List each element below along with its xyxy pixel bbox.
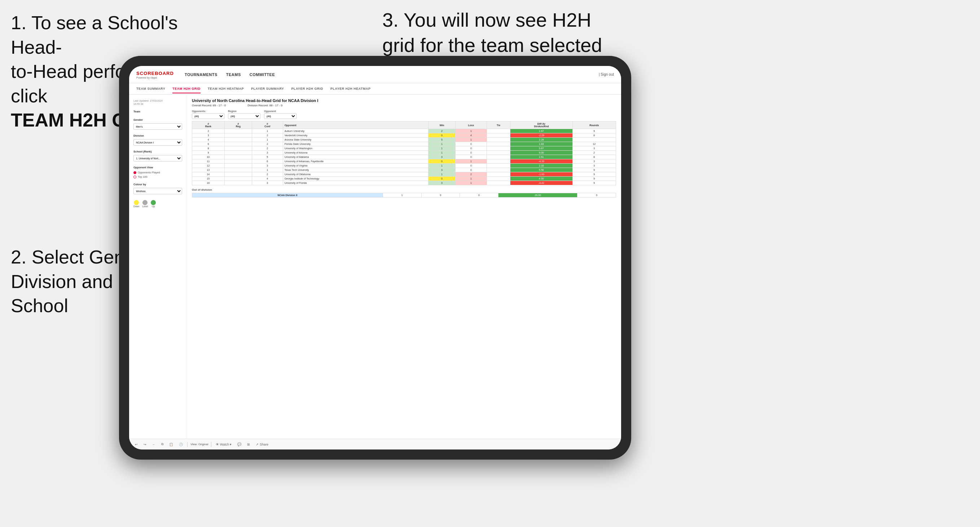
cell-win: 3 bbox=[428, 155, 455, 159]
cell-conf: 6 bbox=[252, 159, 283, 163]
sidebar-team-section: Team bbox=[134, 110, 182, 114]
out-of-division-label: Out of division bbox=[192, 188, 616, 191]
radio-opponents-played[interactable]: Opponents Played bbox=[134, 171, 182, 174]
filter-region-select[interactable]: (All) bbox=[228, 113, 261, 119]
cell-rounds: 12 bbox=[573, 142, 616, 146]
cell-rounds: 2 bbox=[573, 151, 616, 155]
cell-diff: 1.67 bbox=[511, 129, 573, 133]
filter-region: Region (All) bbox=[228, 110, 261, 119]
cell-loss: 0 bbox=[455, 168, 487, 172]
table-row: 11 6 University of Arkansas, Fayettevill… bbox=[192, 159, 616, 163]
division-select[interactable]: NCAA Division I bbox=[134, 139, 182, 146]
table-row: 16 3 University of Florida 3 1 -4.42 9 bbox=[192, 181, 616, 185]
sidebar-division: Division NCAA Division I bbox=[134, 134, 182, 146]
nav-teams[interactable]: TEAMS bbox=[226, 71, 241, 78]
out-label: NCAA Division II bbox=[192, 193, 383, 198]
cell-loss: 1 bbox=[455, 181, 487, 185]
cell-reg bbox=[224, 168, 252, 172]
filter-opponent-select[interactable]: (All) bbox=[264, 113, 296, 119]
cell-opponent: University of Washington bbox=[283, 146, 428, 151]
cell-rank: 6 bbox=[192, 142, 225, 146]
toolbar-sep bbox=[187, 442, 188, 447]
cell-win: 1 bbox=[428, 142, 455, 146]
cell-reg bbox=[224, 138, 252, 142]
tablet-frame: SCOREBOARD Powered by clippd TOURNAMENTS… bbox=[119, 56, 631, 460]
paste-btn[interactable]: 📋 bbox=[168, 442, 175, 447]
cell-diff: 2.33 bbox=[511, 163, 573, 168]
cell-conf: 5 bbox=[252, 155, 283, 159]
sub-nav-player-h2h-grid[interactable]: PLAYER H2H GRID bbox=[291, 85, 323, 94]
clock-btn[interactable]: 🕐 bbox=[177, 442, 184, 447]
cell-rank: 10 bbox=[192, 155, 225, 159]
sub-nav: TEAM SUMMARY TEAM H2H GRID TEAM H2H HEAT… bbox=[129, 83, 621, 95]
nav-committee[interactable]: COMMITTEE bbox=[250, 71, 275, 78]
cell-rounds: 3 bbox=[573, 146, 616, 151]
cell-loss: 1 bbox=[455, 177, 487, 181]
filter-opponents-label: Opponents: bbox=[192, 110, 224, 113]
cell-win: 2 bbox=[428, 129, 455, 133]
out-row: NCAA Division II 1 0 0 26.00 3 bbox=[192, 193, 616, 198]
cell-conf: 1 bbox=[252, 138, 283, 142]
ann2-line2: Division and bbox=[11, 271, 113, 292]
present-btn[interactable]: ⊞ bbox=[246, 442, 251, 447]
school-select[interactable]: 1. University of Nort... bbox=[134, 155, 182, 162]
sidebar-school: School (Rank) 1. University of Nort... bbox=[134, 150, 182, 162]
table-row: 14 2 University of Oklahoma 1 2 -1.00 9 bbox=[192, 172, 616, 177]
cell-conf: 1 bbox=[252, 168, 283, 172]
cell-rank: 14 bbox=[192, 172, 225, 177]
ann2-line3: School bbox=[11, 295, 68, 316]
col-reg: #Reg bbox=[224, 121, 252, 129]
cell-diff: 2.29 bbox=[511, 138, 573, 142]
cell-opponent: University of Virginia bbox=[283, 163, 428, 168]
cell-loss: 2 bbox=[455, 172, 487, 177]
undo-btn[interactable]: ↩ bbox=[134, 442, 139, 447]
sub-nav-team-summary[interactable]: TEAM SUMMARY bbox=[136, 85, 165, 94]
cell-loss: 1 bbox=[455, 159, 487, 163]
cell-conf: 3 bbox=[252, 151, 283, 155]
cell-conf: 2 bbox=[252, 133, 283, 138]
last-updated-text: Last Updated: 27/03/2024 16:55:38 bbox=[134, 99, 182, 106]
cell-tie bbox=[487, 159, 510, 163]
share-btn[interactable]: ↗ Share bbox=[254, 442, 270, 447]
col-win: Win bbox=[428, 121, 455, 129]
cell-opponent: Georgia Institute of Technology bbox=[283, 177, 428, 181]
cell-loss: 4 bbox=[455, 133, 487, 138]
comment-btn[interactable]: 💬 bbox=[236, 442, 243, 447]
main-content: Last Updated: 27/03/2024 16:55:38 Team G… bbox=[129, 95, 621, 439]
cell-conf: 3 bbox=[252, 163, 283, 168]
filter-opponents-select[interactable]: (All) bbox=[192, 113, 224, 119]
ann3-line2: grid for the team selected bbox=[382, 34, 602, 56]
cell-reg bbox=[224, 129, 252, 133]
cell-opponent: University of Arizona bbox=[283, 151, 428, 155]
radio-top100[interactable]: Top 100 bbox=[134, 175, 182, 178]
nav-tournaments[interactable]: TOURNAMENTS bbox=[185, 71, 218, 78]
sub-nav-team-h2h-grid[interactable]: TEAM H2H GRID bbox=[172, 85, 200, 94]
sub-nav-player-h2h-heatmap[interactable]: PLAYER H2H HEATMAP bbox=[330, 85, 371, 94]
legend-level-dot bbox=[143, 200, 148, 205]
filter-opponents: Opponents: (All) bbox=[192, 110, 224, 119]
cell-reg bbox=[224, 181, 252, 185]
watch-btn[interactable]: 👁 Watch ▾ bbox=[214, 442, 233, 447]
cell-reg bbox=[224, 159, 252, 163]
table-row: 3 2 Vanderbilt University 0 4 -2.29 8 bbox=[192, 133, 616, 138]
cell-loss: 0 bbox=[455, 151, 487, 155]
back-btn[interactable]: ← bbox=[151, 442, 157, 447]
radio-dot-2 bbox=[134, 176, 136, 178]
cell-loss: 1 bbox=[455, 129, 487, 133]
colour-select[interactable]: Win/loss bbox=[134, 188, 182, 194]
cell-opponent: Florida State University bbox=[283, 142, 428, 146]
gender-select[interactable]: Men's bbox=[134, 123, 182, 130]
cell-tie bbox=[487, 142, 510, 146]
sub-nav-player-summary[interactable]: PLAYER SUMMARY bbox=[251, 85, 284, 94]
sub-nav-team-h2h-heatmap[interactable]: TEAM H2H HEATMAP bbox=[208, 85, 244, 94]
filter-opponent-label: Opponent bbox=[264, 110, 296, 113]
cell-diff: -2.29 bbox=[511, 133, 573, 138]
nav-bar: SCOREBOARD Powered by clippd TOURNAMENTS… bbox=[129, 66, 621, 83]
h2h-table: #Rank #Reg #Conf Opponent Win Loss Tie D… bbox=[192, 121, 616, 185]
sign-out-link[interactable]: Sign out bbox=[601, 73, 614, 76]
filter-row: Opponents: (All) Region (All) Opponent bbox=[192, 110, 616, 119]
cell-reg bbox=[224, 146, 252, 151]
cell-reg bbox=[224, 172, 252, 177]
redo-btn[interactable]: ↪ bbox=[142, 442, 148, 447]
copy-btn[interactable]: ⧉ bbox=[160, 441, 165, 447]
